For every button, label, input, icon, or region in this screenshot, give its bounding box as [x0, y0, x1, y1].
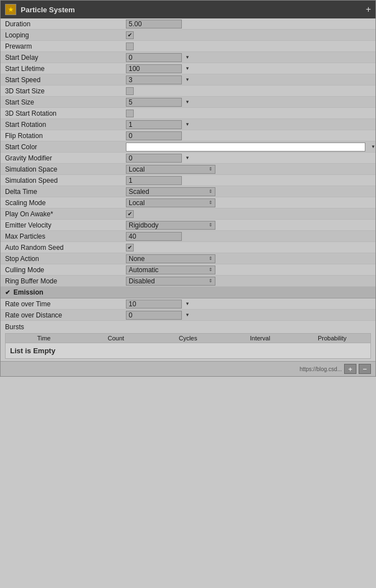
remove-burst-button[interactable]: −	[359, 364, 371, 374]
property-row-play-on-awake: Play On Awake* ✔	[1, 208, 375, 220]
dropdown-scaling-mode[interactable]: Local ⇕	[126, 198, 215, 207]
property-row-start-lifetime: Start Lifetime ▼	[1, 63, 375, 74]
dropdown-ring-buffer-mode[interactable]: Disabled ⇕	[126, 277, 215, 286]
property-row-simulation-space: Simulation Space Local ⇕	[1, 164, 375, 175]
burst-col-cycles: Cycles	[152, 335, 224, 342]
dropdown-culling-mode[interactable]: Automatic ⇕	[126, 265, 215, 274]
input-flip-rotation[interactable]	[126, 131, 182, 140]
label-simulation-space: Simulation Space	[1, 165, 124, 173]
curve-arrow-start-color: ▼	[371, 144, 375, 149]
label-prewarm: Prewarm	[1, 42, 124, 50]
value-auto-random-seed: ✔	[124, 244, 375, 252]
dropdown-delta-time[interactable]: Scaled ⇕	[126, 187, 215, 196]
value-start-size: ▼	[124, 98, 375, 107]
value-simulation-speed	[124, 176, 375, 185]
value-start-speed: ▼	[124, 75, 375, 84]
property-row-scaling-mode: Scaling Mode Local ⇕	[1, 197, 375, 208]
property-row-auto-random-seed: Auto Random Seed ✔	[1, 242, 375, 253]
burst-col-interval: Interval	[224, 335, 296, 342]
value-looping: ✔	[124, 31, 375, 39]
checkbox-3d-start-size[interactable]	[126, 87, 134, 95]
property-row-max-particles: Max Particles	[1, 231, 375, 242]
input-start-speed[interactable]	[126, 75, 182, 84]
curve-arrow-rate-over-time: ▼	[185, 301, 190, 306]
particle-system-panel: ★ Particle System + Duration Looping ✔ P…	[0, 0, 376, 377]
label-emitter-velocity: Emitter Velocity	[1, 221, 124, 229]
star-icon: ★	[5, 4, 16, 15]
label-play-on-awake: Play On Awake*	[1, 210, 124, 218]
culling-mode-value: Automatic	[129, 266, 158, 274]
burst-col-time: Time	[8, 335, 80, 342]
value-max-particles	[124, 232, 375, 241]
property-row-rate-over-distance: Rate over Distance ▼	[1, 310, 375, 321]
color-picker-start-color[interactable]	[126, 143, 365, 151]
input-gravity-modifier[interactable]	[126, 154, 182, 163]
emission-check-icon: ✔	[5, 289, 10, 296]
curve-arrow-gravity-modifier: ▼	[185, 155, 190, 160]
value-stop-action: None ⇕	[124, 254, 375, 263]
label-ring-buffer-mode: Ring Buffer Mode	[1, 277, 124, 285]
value-3d-start-size	[124, 87, 375, 95]
checkbox-play-on-awake[interactable]: ✔	[126, 210, 134, 218]
property-row-start-delay: Start Delay ▼	[1, 52, 375, 63]
property-row-gravity-modifier: Gravity Modifier ▼	[1, 153, 375, 164]
value-start-delay: ▼	[124, 53, 375, 62]
burst-col-count: Count	[80, 335, 152, 342]
label-start-delay: Start Delay	[1, 54, 124, 61]
delta-time-value: Scaled	[129, 188, 149, 196]
input-start-lifetime[interactable]	[126, 64, 182, 73]
value-simulation-space: Local ⇕	[124, 165, 375, 174]
value-rate-over-time: ▼	[124, 300, 375, 309]
value-ring-buffer-mode: Disabled ⇕	[124, 277, 375, 286]
label-flip-rotation: Flip Rotation	[1, 132, 124, 140]
checkbox-looping[interactable]: ✔	[126, 31, 134, 39]
label-start-rotation: Start Rotation	[1, 121, 124, 129]
property-row-duration: Duration	[1, 18, 375, 30]
input-max-particles[interactable]	[126, 232, 182, 241]
culling-mode-arrow: ⇕	[209, 267, 213, 272]
curve-arrow-rate-over-distance: ▼	[185, 312, 190, 317]
property-row-prewarm: Prewarm	[1, 41, 375, 52]
stop-action-arrow: ⇕	[209, 256, 213, 261]
checkbox-3d-start-rotation[interactable]	[126, 110, 134, 117]
add-component-button[interactable]: +	[366, 4, 371, 15]
input-duration[interactable]	[126, 20, 182, 29]
emitter-velocity-arrow: ⇕	[209, 222, 213, 227]
label-rate-over-distance: Rate over Distance	[1, 311, 124, 319]
input-simulation-speed[interactable]	[126, 176, 182, 185]
checkbox-auto-random-seed[interactable]: ✔	[126, 244, 134, 252]
property-row-start-rotation: Start Rotation ▼	[1, 119, 375, 130]
input-start-delay[interactable]	[126, 53, 182, 62]
dropdown-stop-action[interactable]: None ⇕	[126, 254, 215, 263]
bursts-label: Bursts	[5, 323, 371, 331]
bursts-section: Bursts Time Count Cycles Interval Probab…	[1, 321, 375, 361]
delta-time-arrow: ⇕	[209, 189, 213, 194]
property-row-looping: Looping ✔	[1, 30, 375, 41]
value-scaling-mode: Local ⇕	[124, 198, 375, 207]
ring-buffer-mode-arrow: ⇕	[209, 278, 213, 283]
checkbox-prewarm[interactable]	[126, 42, 134, 50]
curve-arrow-start-size: ▼	[185, 99, 190, 105]
curve-arrow-start-delay: ▼	[185, 55, 190, 60]
label-gravity-modifier: Gravity Modifier	[1, 154, 124, 162]
stop-action-value: None	[129, 255, 145, 263]
label-start-color: Start Color	[1, 143, 124, 151]
add-burst-button[interactable]: +	[344, 364, 356, 374]
dropdown-simulation-space[interactable]: Local ⇕	[126, 165, 215, 174]
value-emitter-velocity: Rigidbody ⇕	[124, 221, 375, 230]
input-start-rotation[interactable]	[126, 120, 182, 129]
input-rate-over-distance[interactable]	[126, 311, 182, 320]
bottom-bar: https://blog.csd... + −	[1, 361, 375, 376]
label-start-size: Start Size	[1, 98, 124, 106]
properties-section: Duration Looping ✔ Prewarm Start Delay ▼	[1, 18, 375, 287]
value-duration	[124, 20, 375, 29]
input-start-size[interactable]	[126, 98, 182, 107]
value-culling-mode: Automatic ⇕	[124, 265, 375, 274]
value-prewarm	[124, 42, 375, 50]
label-delta-time: Delta Time	[1, 188, 124, 196]
emission-section-header[interactable]: ✔ Emission	[1, 287, 375, 298]
dropdown-emitter-velocity[interactable]: Rigidbody ⇕	[126, 221, 215, 230]
label-max-particles: Max Particles	[1, 233, 124, 240]
value-rate-over-distance: ▼	[124, 311, 375, 320]
input-rate-over-time[interactable]	[126, 300, 182, 309]
